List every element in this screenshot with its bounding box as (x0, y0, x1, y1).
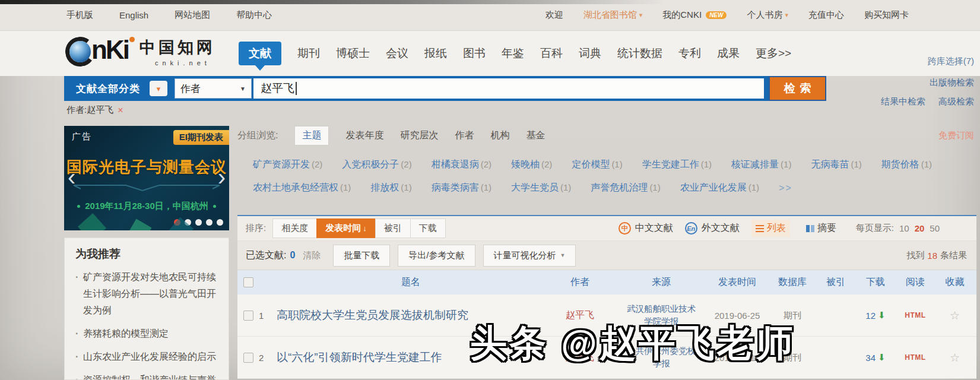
english-link[interactable]: English (119, 10, 148, 21)
page-size-50[interactable]: 50 (930, 223, 940, 233)
col-title[interactable]: 题名 (277, 276, 545, 289)
download-icon[interactable]: ⬇ (878, 352, 886, 363)
search-input[interactable]: 赵平飞 (253, 78, 764, 99)
col-cited[interactable]: 被引 (818, 276, 854, 289)
topic-link[interactable]: 学生党建工作(1) (642, 159, 712, 171)
recommend-item[interactable]: 养猪耗粮的模型测定 (75, 325, 221, 342)
page-size-20[interactable]: 20 (915, 223, 925, 233)
cnki-logo[interactable]: nKi 中国知网 cnki.net (65, 37, 215, 66)
sort-publish-date-button[interactable]: 发表时间 ↓ (316, 218, 376, 238)
topic-link[interactable]: 排放权(1) (370, 182, 411, 194)
visual-analysis-button[interactable]: 计量可视化分析 ▼ (483, 245, 576, 267)
nav-tab-book[interactable]: 图书 (463, 46, 486, 61)
sort-cited-button[interactable]: 被引 (375, 218, 411, 238)
nav-tab-yearbook[interactable]: 年鉴 (502, 46, 524, 61)
search-in-result-link[interactable]: 结果中检索 (881, 96, 925, 107)
tab-author[interactable]: 作者 (455, 129, 474, 142)
col-publish-date[interactable]: 发表时间 (708, 276, 767, 289)
free-subscribe-link[interactable]: 免费订阅 (938, 130, 976, 141)
star-icon[interactable]: ☆ (950, 309, 960, 322)
topic-link[interactable]: 期货价格(1) (881, 159, 932, 171)
nav-tab-newspaper[interactable]: 报纸 (424, 46, 447, 61)
html-read-link[interactable]: HTML (897, 311, 933, 319)
recommend-item[interactable]: 资源控制权、和谐产业链与声誉危 (75, 372, 221, 380)
carousel-dot[interactable] (195, 219, 202, 226)
nav-tab-achievement[interactable]: 成果 (717, 46, 740, 61)
export-reference-button[interactable]: 导出/参考文献 (398, 245, 475, 267)
col-source[interactable]: 来源 (615, 276, 708, 289)
tab-fund[interactable]: 基金 (526, 129, 545, 142)
ad-banner[interactable]: 广告 EI期刊发表 国际光电子与测量会议 2019年11月28-30日，中国杭州… (64, 126, 229, 230)
nav-tab-patent[interactable]: 专利 (678, 46, 701, 61)
search-button[interactable]: 检索 (769, 76, 826, 101)
nav-tab-statistics[interactable]: 统计数据 (617, 46, 662, 61)
topic-link[interactable]: 入党积极分子(2) (342, 159, 411, 171)
topic-link[interactable]: 农村土地承包经营权(1) (253, 182, 351, 194)
tab-research-level[interactable]: 研究层次 (400, 129, 438, 142)
topic-link[interactable]: 矿产资源开发(2) (253, 159, 322, 171)
recommend-item[interactable]: 矿产资源开发对失地农民可持续生计影响分析——以普光气田开发为例 (75, 269, 221, 319)
publication-search-link[interactable]: 出版物检索 (930, 77, 974, 87)
row-checkbox[interactable] (243, 311, 253, 321)
select-all-checkbox[interactable] (243, 277, 253, 287)
sitemap-link[interactable]: 网站地图 (175, 10, 210, 21)
topic-link[interactable]: 矮晚柚(2) (511, 159, 552, 171)
nav-tab-encyclopedia[interactable]: 百科 (540, 46, 563, 61)
foreign-literature-toggle[interactable]: En 外文文献 (685, 222, 740, 235)
topic-link[interactable]: 核证减排量(1) (731, 159, 791, 171)
topic-link[interactable]: 农业产业化发展(1) (680, 182, 759, 194)
personal-room-link[interactable]: 个人书房 ▾ (747, 10, 788, 21)
tab-subject[interactable]: 主题 (294, 126, 329, 145)
carousel-dot[interactable] (217, 219, 223, 226)
category-dropdown-button[interactable]: ▾ (150, 81, 167, 96)
recommend-item[interactable]: 山东农业产业化发展经验的启示 (75, 349, 221, 365)
download-icon[interactable]: ⬇ (878, 310, 886, 321)
topic-link[interactable]: 定价模型(1) (572, 159, 622, 171)
topic-link[interactable]: 柑橘衰退病(2) (432, 159, 491, 171)
cross-db-select-link[interactable]: 跨库选择(7) (928, 56, 974, 67)
prev-arrow-icon[interactable]: ‹ (68, 165, 75, 189)
abstract-view-toggle[interactable]: 摘要 (802, 220, 841, 237)
topic-link[interactable]: 大学生党员(1) (511, 182, 571, 194)
html-read-link[interactable]: HTML (897, 353, 933, 362)
nav-tab-more[interactable]: 更多>> (756, 46, 791, 61)
clear-selection-link[interactable]: 清除 (303, 250, 321, 261)
star-icon[interactable]: ☆ (950, 352, 960, 364)
sort-download-button[interactable]: 下载 (410, 218, 446, 238)
col-favorite[interactable]: 收藏 (933, 276, 976, 289)
topics-more-link[interactable]: >> (779, 183, 792, 194)
topic-link[interactable]: 无病毒苗(1) (811, 159, 861, 171)
tab-institution[interactable]: 机构 (490, 129, 509, 142)
batch-download-button[interactable]: 批量下载 (333, 245, 390, 267)
nav-tab-dictionary[interactable]: 词典 (579, 46, 601, 61)
search-field-select[interactable]: 作者 ▼ (175, 78, 252, 99)
buy-card-link[interactable]: 购买知网卡 (864, 10, 909, 21)
mobile-version-link[interactable]: 手机版 (66, 10, 93, 21)
topic-link[interactable]: 病毒类病害(1) (432, 182, 491, 194)
col-read[interactable]: 阅读 (897, 276, 933, 289)
help-center-link[interactable]: 帮助中心 (236, 10, 272, 21)
selected-count[interactable]: 0 (290, 250, 295, 261)
col-download[interactable]: 下载 (854, 276, 897, 289)
nav-tab-conference[interactable]: 会议 (386, 46, 408, 61)
carousel-dot[interactable] (206, 219, 213, 226)
list-view-toggle[interactable]: 列表 (751, 220, 790, 237)
page-size-10[interactable]: 10 (899, 223, 909, 233)
col-database[interactable]: 数据库 (767, 276, 818, 289)
next-arrow-icon[interactable]: › (218, 165, 226, 189)
tab-publish-year[interactable]: 发表年度 (345, 129, 383, 142)
library-link[interactable]: 湖北省图书馆 ▾ (583, 10, 643, 21)
advanced-search-link[interactable]: 高级检索 (938, 96, 974, 107)
chinese-literature-toggle[interactable]: 中 中文文献 (619, 222, 673, 235)
topic-link[interactable]: 声誉危机治理(1) (591, 182, 660, 194)
nav-tab-literature[interactable]: 文献 (239, 42, 281, 65)
row-checkbox[interactable] (243, 353, 253, 363)
nav-tab-thesis[interactable]: 博硕士 (336, 46, 370, 61)
my-cnki-link[interactable]: 我的CNKI NEW (662, 10, 727, 21)
col-author[interactable]: 作者 (545, 276, 615, 289)
topic-name: 声誉危机治理 (591, 182, 648, 192)
recharge-center-link[interactable]: 充值中心 (808, 10, 844, 21)
nav-tab-journal[interactable]: 期刊 (297, 46, 320, 61)
sort-relevance-button[interactable]: 相关度 (272, 218, 317, 238)
close-icon[interactable]: × (118, 105, 123, 116)
